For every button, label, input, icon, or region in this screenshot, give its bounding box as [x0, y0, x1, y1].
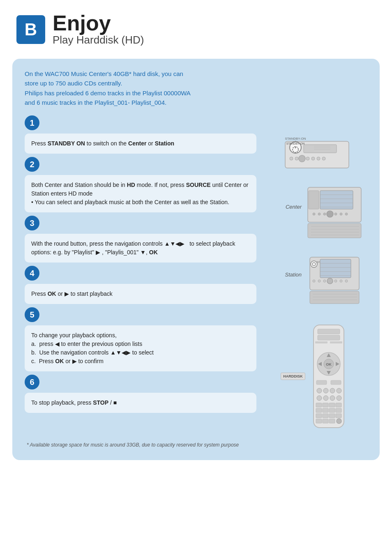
step-6: 6 To stop playback, press STOP / ■ [25, 375, 256, 413]
page-header: B Enjoy Play Harddisk (HD) [0, 0, 392, 55]
svg-rect-83 [316, 408, 322, 412]
step-2: 2 Both Center and Station should be in H… [25, 157, 256, 212]
svg-rect-19 [320, 191, 353, 209]
svg-rect-91 [316, 419, 322, 423]
section-icon: B [16, 15, 45, 44]
svg-rect-60 [315, 341, 327, 343]
svg-rect-5 [304, 145, 337, 153]
svg-point-11 [299, 155, 305, 162]
svg-rect-93 [329, 419, 335, 423]
svg-point-50 [334, 280, 337, 282]
step-3-text: With the round button, press the navigat… [25, 234, 256, 263]
illus-center: Center [261, 179, 367, 249]
step-number-1: 1 [25, 115, 39, 130]
svg-point-12 [306, 157, 309, 160]
step-4: 4 Press OK or ▶ to start playback [25, 266, 256, 304]
svg-point-13 [311, 157, 315, 160]
svg-point-14 [317, 157, 320, 160]
svg-rect-88 [323, 414, 328, 418]
svg-point-31 [345, 213, 348, 215]
standby-device-svg: STANDBY-ON [273, 125, 355, 174]
svg-point-49 [327, 278, 333, 284]
remote-control-svg: OK [310, 323, 347, 430]
svg-rect-59 [318, 335, 340, 340]
svg-point-28 [327, 211, 333, 217]
svg-rect-87 [316, 414, 322, 418]
station-label: Station [285, 272, 302, 278]
center-device-svg [304, 183, 367, 241]
center-label: Center [286, 204, 302, 210]
illus-remote: HARDDISK [261, 317, 367, 436]
svg-rect-70 [331, 380, 341, 385]
svg-point-48 [323, 280, 326, 282]
svg-rect-39 [320, 259, 351, 278]
svg-rect-24 [309, 191, 319, 209]
svg-point-75 [317, 396, 322, 401]
svg-point-29 [334, 213, 337, 215]
svg-rect-80 [323, 403, 328, 407]
page-title: Enjoy [53, 12, 144, 34]
svg-rect-69 [316, 380, 327, 385]
station-device-svg: STANDBY-ON [304, 253, 367, 311]
step-4-text: Press OK or ▶ to start playback [25, 284, 256, 304]
svg-point-47 [318, 280, 321, 282]
step-number-6: 6 [25, 375, 39, 389]
svg-rect-86 [336, 408, 341, 412]
main-content-area: On the WAC700 Music Center's 40GB* hard … [12, 59, 380, 460]
svg-rect-82 [336, 403, 341, 407]
harddisk-label: HARDDISK [281, 373, 305, 380]
svg-rect-79 [316, 403, 322, 407]
svg-point-9 [290, 157, 293, 160]
page-subtitle: Play Harddisk (HD) [53, 34, 144, 46]
svg-point-77 [330, 396, 335, 401]
illus-standby-top: STANDBY-ON [261, 115, 367, 179]
step-6-text: To stop playback, press STOP / ■ [25, 393, 256, 413]
step-number-2: 2 [25, 157, 39, 172]
svg-point-74 [337, 388, 341, 393]
svg-point-10 [295, 157, 298, 160]
step-3: 3 With the round button, press the navig… [25, 216, 256, 263]
svg-text:OK: OK [326, 362, 332, 366]
svg-text:STANDBY-ON: STANDBY-ON [286, 142, 305, 145]
svg-point-76 [323, 396, 328, 401]
step-1-text: Press STANDBY ON to switch on the Center… [25, 134, 256, 154]
illustrations-right-column: STANDBY-ON [256, 115, 367, 436]
svg-point-94 [337, 419, 341, 424]
step-2-text: Both Center and Station should be in HD … [25, 175, 256, 212]
svg-point-51 [340, 280, 342, 282]
svg-point-30 [340, 213, 342, 215]
svg-rect-61 [330, 341, 342, 343]
intro-text: On the WAC700 Music Center's 40GB* hard … [25, 69, 367, 107]
svg-rect-92 [323, 419, 328, 423]
svg-point-15 [322, 157, 325, 160]
svg-point-71 [317, 388, 322, 393]
svg-rect-90 [336, 414, 341, 418]
steps-left-column: 1 Press STANDBY ON to switch on the Cent… [25, 115, 256, 436]
svg-point-73 [330, 388, 335, 393]
step-number-5: 5 [25, 307, 39, 322]
footnote: * Available storage space for music is a… [25, 442, 367, 448]
svg-rect-81 [329, 403, 335, 407]
step-number-4: 4 [25, 266, 39, 281]
step-5: 5 To change your playback options, a. pr… [25, 307, 256, 371]
svg-rect-58 [318, 329, 340, 334]
svg-point-52 [345, 280, 348, 282]
svg-point-46 [313, 280, 315, 282]
step-5-text: To change your playback options, a. pres… [25, 325, 256, 371]
header-text-block: Enjoy Play Harddisk (HD) [53, 12, 144, 46]
svg-rect-85 [329, 408, 335, 412]
svg-rect-89 [329, 414, 335, 418]
svg-point-25 [313, 213, 315, 215]
svg-text:STANDBY-ON: STANDBY-ON [285, 137, 306, 140]
step-1: 1 Press STANDBY ON to switch on the Cent… [25, 115, 256, 154]
svg-rect-32 [308, 223, 361, 238]
svg-rect-53 [310, 291, 359, 304]
svg-point-78 [337, 396, 341, 401]
svg-point-72 [323, 388, 328, 393]
svg-rect-84 [323, 408, 328, 412]
svg-point-26 [318, 213, 321, 215]
illus-station: Station STANDBY-ON [261, 249, 367, 317]
step-number-3: 3 [25, 216, 39, 230]
svg-point-27 [323, 213, 326, 215]
svg-point-44 [311, 261, 317, 267]
